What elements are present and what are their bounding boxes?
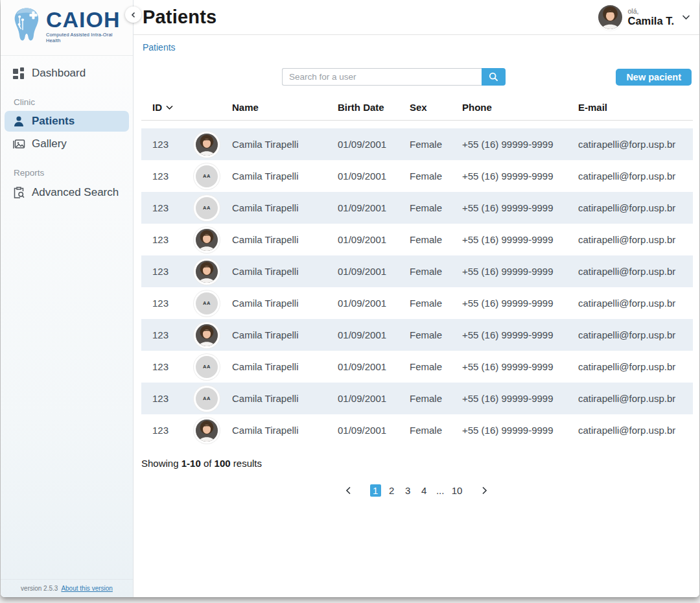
patient-avatar: AA — [196, 229, 218, 251]
patient-name: Camila Tirapelli — [232, 139, 338, 150]
chevron-left-icon — [130, 12, 137, 18]
patient-sex: Female — [410, 393, 462, 404]
patient-birth-date: 01/09/2001 — [338, 329, 410, 340]
greeting-label: olá, — [627, 8, 674, 16]
page-number-4[interactable]: 4 — [419, 484, 430, 497]
table-row[interactable]: 123 AA Camila Tirapelli 01/09/2001 Femal… — [141, 414, 693, 446]
new-patient-button[interactable]: New pacient — [616, 69, 692, 86]
page-number-10[interactable]: 10 — [451, 484, 463, 497]
search-group — [282, 68, 506, 86]
clipboard-search-icon — [12, 186, 25, 199]
search-input[interactable] — [282, 68, 482, 86]
patient-id: 123 — [141, 393, 181, 404]
logo-title: CAIOH — [46, 8, 128, 31]
sidebar: CAIOH Computed Assisted Intra-Oral Healt… — [1, 0, 134, 597]
user-avatar — [598, 5, 622, 29]
patient-birth-date: 01/09/2001 — [338, 361, 410, 372]
toolbar: New pacient — [141, 68, 692, 86]
avatar-initials: AA — [203, 396, 211, 401]
column-header-email[interactable]: E-mail — [578, 102, 693, 113]
avatar-photo — [196, 420, 218, 442]
patient-name: Camila Tirapelli — [232, 298, 338, 309]
patient-phone: +55 (16) 99999-9999 — [462, 139, 578, 150]
page-number-2[interactable]: 2 — [386, 484, 397, 497]
patient-avatar: AA — [196, 292, 218, 314]
patient-email: catirapelli@forp.usp.br — [578, 171, 693, 182]
avatar-photo — [196, 324, 218, 346]
sidebar-item-gallery[interactable]: Gallery — [1, 133, 133, 155]
patient-email: catirapelli@forp.usp.br — [578, 298, 693, 309]
patient-birth-date: 01/09/2001 — [338, 298, 410, 309]
breadcrumb[interactable]: Patients — [134, 35, 176, 53]
patient-id: 123 — [141, 298, 181, 309]
patient-sex: Female — [410, 266, 462, 277]
patient-birth-date: 01/09/2001 — [338, 202, 410, 213]
column-header-sex[interactable]: Sex — [410, 102, 462, 113]
page-number-3[interactable]: 3 — [402, 484, 414, 497]
table-row[interactable]: 123 AA Camila Tirapelli 01/09/2001 Femal… — [141, 224, 693, 255]
patient-id: 123 — [141, 361, 181, 372]
sort-chevron-icon — [166, 105, 173, 110]
chevron-left-icon — [345, 486, 352, 495]
patient-avatar: AA — [196, 165, 218, 187]
sidebar-collapse-button[interactable] — [125, 6, 141, 23]
avatar-photo — [196, 229, 218, 251]
patient-sex: Female — [410, 329, 462, 340]
patient-sex: Female — [410, 298, 462, 309]
table-row[interactable]: 123 AA Camila Tirapelli 01/09/2001 Femal… — [141, 128, 693, 160]
column-header-birth-date[interactable]: Birth Date — [338, 102, 410, 113]
patient-sex: Female — [410, 425, 462, 436]
patient-sex: Female — [410, 139, 462, 150]
patient-email: catirapelli@forp.usp.br — [578, 139, 693, 150]
patient-phone: +55 (16) 99999-9999 — [462, 329, 578, 340]
table-row[interactable]: 123 AA Camila Tirapelli 01/09/2001 Femal… — [141, 287, 693, 319]
table-row[interactable]: 123 AA Camila Tirapelli 01/09/2001 Femal… — [141, 319, 693, 351]
patient-id: 123 — [141, 425, 181, 436]
sidebar-item-label: Dashboard — [32, 67, 86, 80]
sidebar-item-dashboard[interactable]: Dashboard — [1, 62, 133, 84]
column-header-name[interactable]: Name — [232, 102, 338, 113]
patient-avatar: AA — [196, 388, 218, 410]
table-row[interactable]: 123 AA Camila Tirapelli 01/09/2001 Femal… — [141, 192, 693, 224]
patient-birth-date: 01/09/2001 — [338, 266, 410, 277]
search-icon — [489, 72, 498, 82]
table-row[interactable]: 123 AA Camila Tirapelli 01/09/2001 Femal… — [141, 160, 693, 192]
table-row[interactable]: 123 AA Camila Tirapelli 01/09/2001 Femal… — [141, 383, 693, 414]
patient-phone: +55 (16) 99999-9999 — [462, 361, 578, 372]
header: Patients olá, Camila T. — [134, 0, 699, 35]
patient-email: catirapelli@forp.usp.br — [578, 361, 693, 372]
page-number-1[interactable]: 1 — [370, 484, 381, 497]
previous-page-button[interactable] — [342, 483, 356, 497]
tooth-logo-icon — [11, 6, 42, 44]
patient-birth-date: 01/09/2001 — [338, 234, 410, 245]
pagination: 1234...10 — [134, 483, 699, 497]
column-header-phone[interactable]: Phone — [462, 102, 578, 113]
sidebar-item-advanced-search[interactable]: Advanced Search — [1, 182, 133, 204]
logo-block: CAIOH Computed Assisted Intra-Oral Healt… — [1, 0, 133, 56]
patient-name: Camila Tirapelli — [232, 361, 338, 372]
next-page-button[interactable] — [477, 483, 491, 497]
user-name: Camila T. — [627, 15, 674, 27]
patient-phone: +55 (16) 99999-9999 — [462, 171, 578, 182]
user-menu[interactable]: olá, Camila T. — [598, 5, 699, 29]
patient-id: 123 — [141, 234, 181, 245]
sidebar-item-label: Gallery — [32, 137, 67, 150]
sidebar-section-clinic: Clinic — [1, 97, 133, 107]
logo-tagline: Computed Assisted Intra-Oral Health — [46, 32, 128, 43]
patient-name: Camila Tirapelli — [232, 171, 338, 182]
search-button[interactable] — [482, 68, 506, 86]
version-label: version 2.5.3 — [21, 585, 58, 592]
patient-phone: +55 (16) 99999-9999 — [462, 425, 578, 436]
about-version-link[interactable]: About this version — [61, 585, 113, 592]
column-header-id[interactable]: ID — [141, 102, 181, 113]
table-row[interactable]: 123 AA Camila Tirapelli 01/09/2001 Femal… — [141, 351, 693, 383]
gallery-icon — [12, 137, 25, 150]
table-row[interactable]: 123 AA Camila Tirapelli 01/09/2001 Femal… — [141, 255, 693, 287]
sidebar-item-patients[interactable]: Patients — [5, 111, 129, 132]
patient-email: catirapelli@forp.usp.br — [578, 393, 693, 404]
person-icon — [12, 115, 25, 128]
patient-sex: Female — [410, 361, 462, 372]
patient-birth-date: 01/09/2001 — [338, 425, 410, 436]
patient-avatar: AA — [196, 134, 218, 156]
patient-email: catirapelli@forp.usp.br — [578, 266, 693, 277]
